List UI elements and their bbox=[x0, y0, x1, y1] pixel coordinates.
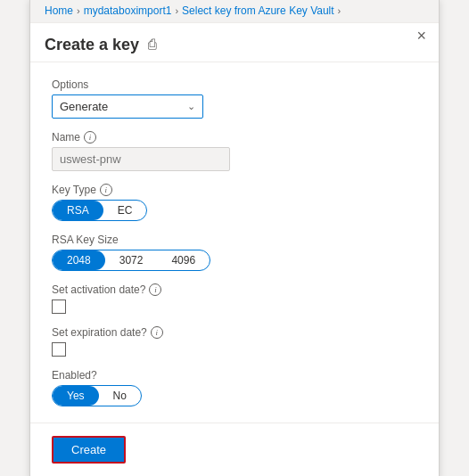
expiration-checkbox[interactable] bbox=[52, 342, 66, 357]
panel-footer: Create bbox=[30, 423, 439, 477]
activation-date-field: Set activation date? i bbox=[52, 283, 417, 314]
create-button[interactable]: Create bbox=[52, 436, 126, 464]
rsa-key-size-label: RSA Key Size bbox=[52, 234, 417, 246]
rsa-size-4096[interactable]: 4096 bbox=[157, 250, 210, 270]
page-title: Create a key bbox=[45, 36, 139, 54]
name-label: Name i bbox=[52, 131, 417, 144]
breadcrumb-sep1: › bbox=[77, 5, 80, 16]
print-icon[interactable]: ⎙ bbox=[148, 37, 157, 53]
key-type-label: Key Type i bbox=[52, 184, 417, 196]
key-type-field: Key Type i RSA EC bbox=[52, 184, 417, 221]
key-type-ec[interactable]: EC bbox=[103, 201, 147, 220]
breadcrumb-sep2: › bbox=[175, 5, 178, 16]
options-value: Generate bbox=[60, 100, 108, 113]
activation-info-icon[interactable]: i bbox=[149, 283, 161, 296]
enabled-no[interactable]: No bbox=[99, 386, 141, 406]
key-type-toggle: RSA EC bbox=[52, 200, 147, 221]
chevron-down-icon: ⌄ bbox=[187, 101, 195, 112]
rsa-key-size-toggle: 2048 3072 4096 bbox=[52, 250, 210, 271]
breadcrumb: Home › mydataboximport1 › Select key fro… bbox=[30, 0, 439, 23]
options-field: Options Generate ⌄ bbox=[52, 78, 417, 119]
panel-header: Create a key ⎙ bbox=[30, 23, 439, 62]
enabled-yes[interactable]: Yes bbox=[53, 386, 99, 406]
form-content: Options Generate ⌄ Name i Key Type i RSA bbox=[30, 62, 439, 423]
expiration-label: Set expiration date? i bbox=[52, 326, 417, 339]
enabled-field: Enabled? Yes No bbox=[52, 369, 417, 406]
key-type-info-icon[interactable]: i bbox=[100, 184, 112, 196]
breadcrumb-sep3: › bbox=[338, 5, 341, 16]
enabled-toggle: Yes No bbox=[52, 385, 142, 406]
activation-checkbox[interactable] bbox=[52, 300, 66, 314]
key-type-rsa[interactable]: RSA bbox=[53, 201, 103, 220]
create-key-panel: Home › mydataboximport1 › Select key fro… bbox=[29, 0, 440, 476]
activation-label: Set activation date? i bbox=[52, 283, 417, 296]
breadcrumb-import[interactable]: mydataboximport1 bbox=[84, 4, 172, 17]
rsa-key-size-field: RSA Key Size 2048 3072 4096 bbox=[52, 234, 417, 271]
name-info-icon[interactable]: i bbox=[84, 131, 96, 144]
rsa-size-2048[interactable]: 2048 bbox=[53, 250, 105, 270]
enabled-label: Enabled? bbox=[52, 369, 417, 382]
breadcrumb-vault[interactable]: Select key from Azure Key Vault bbox=[182, 4, 334, 17]
activation-checkbox-wrapper bbox=[52, 300, 417, 314]
rsa-size-3072[interactable]: 3072 bbox=[105, 250, 158, 270]
expiration-date-field: Set expiration date? i bbox=[52, 326, 417, 357]
name-input[interactable] bbox=[52, 147, 230, 171]
options-label: Options bbox=[52, 78, 417, 91]
expiration-info-icon[interactable]: i bbox=[151, 326, 163, 339]
close-button[interactable]: × bbox=[416, 28, 426, 44]
options-dropdown[interactable]: Generate ⌄ bbox=[52, 94, 203, 119]
breadcrumb-home[interactable]: Home bbox=[45, 4, 73, 17]
expiration-checkbox-wrapper bbox=[52, 342, 417, 357]
name-field: Name i bbox=[52, 131, 417, 171]
